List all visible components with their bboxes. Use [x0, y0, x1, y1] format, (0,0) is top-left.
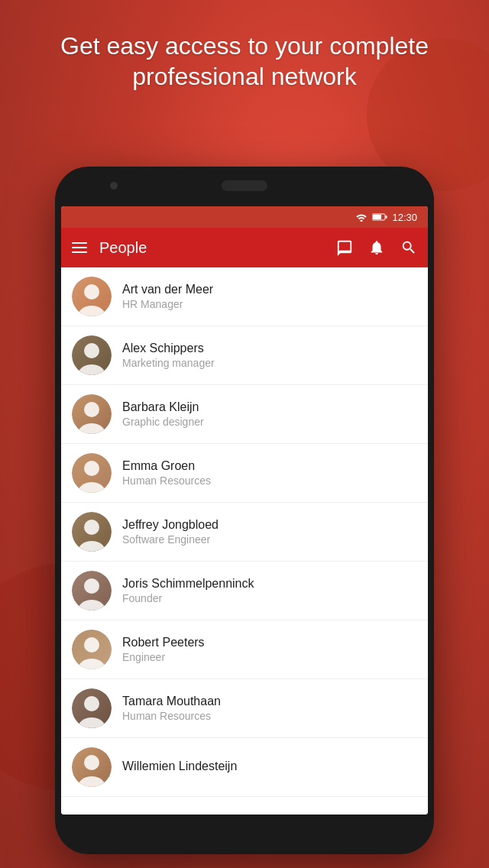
phone-device: 12:30 People — [55, 167, 434, 854]
person-name: Joris Schimmelpenninck — [122, 577, 417, 591]
person-role: Human Resources — [122, 474, 417, 487]
person-name: Alex Schippers — [122, 342, 417, 355]
svg-rect-1 — [373, 215, 381, 219]
person-info: Tamara MouthaanHuman Resources — [122, 695, 417, 722]
svg-point-21 — [84, 520, 99, 535]
list-item[interactable]: Alex SchippersMarketing manager — [61, 326, 428, 385]
avatar — [72, 630, 112, 669]
status-bar: 12:30 — [61, 206, 428, 228]
person-name: Jeffrey Jongbloed — [122, 518, 417, 532]
svg-point-29 — [84, 637, 99, 653]
person-info: Robert PeetersEngineer — [122, 636, 417, 663]
avatar — [72, 453, 112, 493]
person-name: Art van der Meer — [122, 283, 417, 296]
headline-text: Get easy access to your complete profess… — [0, 31, 489, 92]
svg-rect-2 — [386, 215, 387, 219]
toolbar-title: People — [99, 239, 324, 257]
svg-point-17 — [84, 461, 99, 476]
svg-point-33 — [84, 696, 99, 711]
person-role: Human Resources — [122, 710, 417, 722]
chat-icon[interactable] — [336, 239, 353, 256]
svg-point-5 — [84, 284, 99, 300]
list-item[interactable]: Robert PeetersEngineer — [61, 620, 428, 679]
person-info: Emma GroenHuman Resources — [122, 459, 417, 487]
person-role: Software Engineer — [122, 533, 417, 546]
phone-camera — [110, 182, 118, 189]
avatar — [72, 512, 112, 552]
person-role: Engineer — [122, 651, 417, 663]
list-item[interactable]: Emma GroenHuman Resources — [61, 444, 428, 503]
svg-point-9 — [84, 343, 99, 358]
person-name: Emma Groen — [122, 459, 417, 473]
people-list: Art van der MeerHR Manager Alex Schipper… — [61, 267, 428, 815]
person-info: Barbara KleijnGraphic designer — [122, 400, 417, 428]
list-item[interactable]: Barbara KleijnGraphic designer — [61, 385, 428, 444]
phone-speaker — [222, 180, 267, 191]
avatar — [72, 394, 112, 434]
person-role: Marketing manager — [122, 357, 417, 369]
wifi-icon — [355, 212, 368, 222]
app-toolbar: People — [61, 228, 428, 267]
list-item[interactable]: Willemien Lindesteijn — [61, 738, 428, 797]
avatar — [72, 747, 112, 787]
svg-point-25 — [84, 578, 99, 594]
person-role: Founder — [122, 592, 417, 604]
battery-icon — [372, 212, 387, 222]
svg-point-37 — [84, 755, 99, 770]
list-item[interactable]: Jeffrey JongbloedSoftware Engineer — [61, 503, 428, 562]
avatar — [72, 571, 112, 611]
status-time: 12:30 — [392, 212, 417, 223]
person-name: Barbara Kleijn — [122, 400, 417, 414]
list-item[interactable]: Tamara MouthaanHuman Resources — [61, 679, 428, 738]
list-item[interactable]: Art van der MeerHR Manager — [61, 267, 428, 326]
svg-point-13 — [84, 402, 99, 417]
list-item[interactable]: Joris SchimmelpenninckFounder — [61, 562, 428, 620]
person-role: Graphic designer — [122, 416, 417, 428]
person-info: Alex SchippersMarketing manager — [122, 342, 417, 369]
search-icon[interactable] — [400, 239, 417, 256]
person-info: Art van der MeerHR Manager — [122, 283, 417, 310]
person-info: Joris SchimmelpenninckFounder — [122, 577, 417, 604]
person-name: Tamara Mouthaan — [122, 695, 417, 708]
avatar — [72, 277, 112, 316]
avatar — [72, 335, 112, 375]
person-name: Willemien Lindesteijn — [122, 760, 417, 773]
toolbar-actions — [336, 239, 417, 256]
phone-screen: 12:30 People — [61, 206, 428, 815]
menu-icon[interactable] — [72, 242, 87, 253]
bell-icon[interactable] — [368, 239, 385, 256]
person-info: Jeffrey JongbloedSoftware Engineer — [122, 518, 417, 546]
person-info: Willemien Lindesteijn — [122, 760, 417, 775]
status-icons: 12:30 — [355, 212, 417, 223]
avatar — [72, 688, 112, 728]
person-role: HR Manager — [122, 298, 417, 310]
person-name: Robert Peeters — [122, 636, 417, 649]
